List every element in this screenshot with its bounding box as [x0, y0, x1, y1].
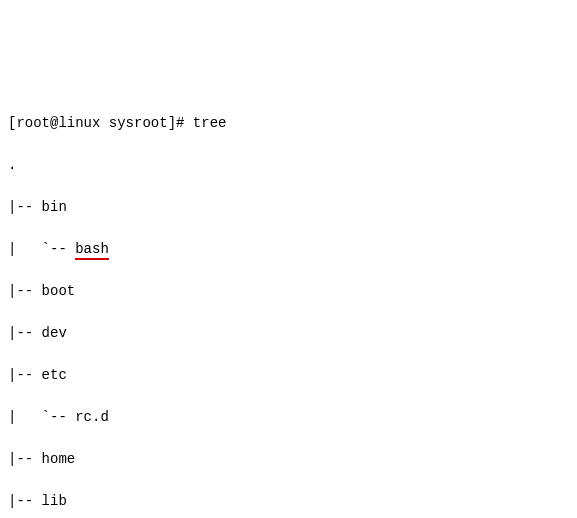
tree-line-etc-rcd: | `-- rc.d: [8, 407, 569, 428]
tree-line-lib: |-- lib: [8, 491, 569, 512]
tree-line-dev: |-- dev: [8, 323, 569, 344]
tree-line-home: |-- home: [8, 449, 569, 470]
tree-line-bin: |-- bin: [8, 197, 569, 218]
shell-prompt: [root@linux sysroot]# tree: [8, 113, 569, 134]
terminal-output: [root@linux sysroot]# tree . |-- bin | `…: [8, 92, 569, 518]
tree-line-bin-bash: | `-- bash: [8, 239, 569, 260]
tree-root-dot: .: [8, 155, 569, 176]
tree-line-boot: |-- boot: [8, 281, 569, 302]
highlight-bash: bash: [75, 241, 109, 260]
tree-line-etc: |-- etc: [8, 365, 569, 386]
